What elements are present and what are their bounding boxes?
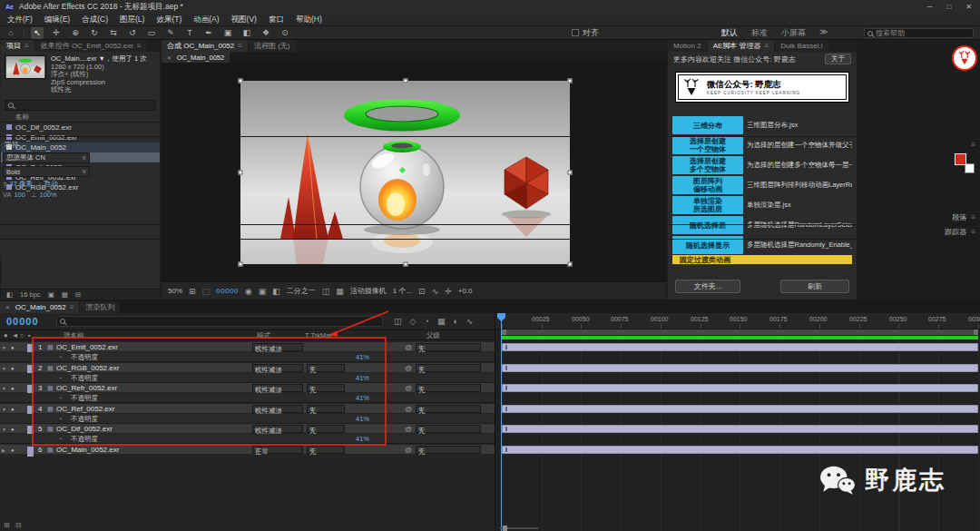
- property-value[interactable]: 41%: [356, 352, 369, 362]
- tab-paragraph[interactable]: 段落: [0, 211, 980, 225]
- panel-menu-icon[interactable]: [70, 303, 74, 311]
- project-item[interactable]: OC_Dif_0052.exr: [1, 123, 160, 133]
- parent-dropdown[interactable]: 无: [416, 425, 481, 433]
- character-panel-title[interactable]: 字符: [5, 140, 19, 150]
- property-name[interactable]: 不透明度: [71, 373, 98, 383]
- rotate-tool-icon[interactable]: ↺: [126, 27, 139, 39]
- trkmat-dropdown[interactable]: 无: [307, 364, 345, 372]
- property-value[interactable]: 41%: [356, 414, 369, 424]
- layer-name[interactable]: OC_Emit_0052.exr: [56, 342, 118, 352]
- layer-row[interactable]: ● 6 ▤ OC_Main_0052.exr 正常 无 @ 无: [0, 445, 495, 455]
- font-family-dropdown[interactable]: 思源黑体 CN: [3, 152, 90, 163]
- workspace-standard[interactable]: 标准: [751, 27, 768, 39]
- property-row[interactable]: ◔ 不透明度 41%: [0, 434, 495, 444]
- parent-dropdown[interactable]: 无: [416, 446, 481, 454]
- selection-handle[interactable]: [568, 262, 573, 267]
- expand-icon[interactable]: [2, 424, 6, 434]
- magnification-dropdown[interactable]: 50%: [168, 287, 182, 295]
- expand-icon[interactable]: [2, 363, 6, 373]
- exposure-value[interactable]: +0.0: [458, 287, 473, 295]
- selection-handle[interactable]: [568, 79, 573, 84]
- panel-menu-icon[interactable]: [24, 42, 29, 50]
- timeline-comp-tab[interactable]: OC_Main_0052: [0, 301, 79, 313]
- pixel-aspect-icon[interactable]: ⊡: [418, 287, 426, 296]
- view-layout-dropdown[interactable]: 1 个...: [393, 286, 412, 296]
- zoom-tool-icon[interactable]: ⊕: [69, 27, 82, 39]
- project-name-column-header[interactable]: 名称: [1, 113, 160, 123]
- parent-pickwhip-icon[interactable]: @: [405, 404, 412, 414]
- trkmat-column[interactable]: T TrkMat: [305, 331, 331, 339]
- mode-column[interactable]: 模式: [257, 331, 270, 340]
- property-row[interactable]: ◔ 不透明度 41%: [0, 414, 495, 424]
- motion-blur-icon[interactable]: ◐: [453, 317, 457, 326]
- frame-blend-icon[interactable]: ▦: [437, 317, 446, 326]
- layer-name[interactable]: OC_RGB_0052.exr: [56, 363, 119, 373]
- selection-handle[interactable]: [239, 262, 243, 267]
- help-search-box[interactable]: [864, 28, 974, 38]
- viewer-comp-tab[interactable]: OC_Main_0052: [162, 52, 230, 63]
- refresh-button[interactable]: 刷新: [780, 280, 849, 293]
- project-search-box[interactable]: [5, 100, 156, 111]
- help-search-input[interactable]: [876, 29, 970, 37]
- parent-pickwhip-icon[interactable]: @: [405, 363, 412, 373]
- tab-script-manager[interactable]: AE脚本 管理器: [708, 40, 775, 52]
- transparency-grid-icon[interactable]: ▦: [336, 287, 344, 296]
- tab-duik[interactable]: Duik Bassel.i: [775, 40, 828, 52]
- blend-mode-dropdown[interactable]: 线性减淡: [252, 384, 303, 392]
- layer-row[interactable]: ● 2 ▤ OC_RGB_0052.exr 线性减淡 无 @ 无: [0, 363, 495, 373]
- resolution-dropdown[interactable]: 二分之一: [287, 286, 316, 296]
- tab-effect-controls[interactable]: 效果控件 OC_Emit_0052.exr: [35, 40, 147, 52]
- timeline-zoom-slider[interactable]: [500, 527, 538, 529]
- home-tool-icon[interactable]: ⌂: [5, 27, 17, 39]
- clone-stamp-tool-icon[interactable]: ▣: [221, 27, 234, 39]
- channels-icon[interactable]: ◧: [272, 287, 280, 296]
- script-button[interactable]: 三维分布: [672, 116, 743, 134]
- timeline-search-input[interactable]: [68, 318, 379, 326]
- tab-project[interactable]: 项目: [1, 40, 34, 52]
- visibility-eye-icon[interactable]: ●: [11, 363, 15, 373]
- source-name-column[interactable]: 源名称: [64, 331, 84, 340]
- pen-tool-icon[interactable]: ✎: [164, 27, 177, 39]
- blend-mode-dropdown[interactable]: 线性减淡: [252, 405, 303, 413]
- folder-button[interactable]: 文件夹...: [675, 280, 740, 293]
- expand-icon[interactable]: [2, 342, 6, 352]
- collapse-pane-icon[interactable]: ⊟: [15, 521, 22, 529]
- selection-handle[interactable]: [403, 262, 407, 267]
- camera-view-dropdown[interactable]: 活动摄像机: [350, 286, 387, 296]
- layer-name[interactable]: OC_Main_0052.exr: [56, 445, 119, 455]
- parent-dropdown[interactable]: 无: [416, 405, 481, 413]
- menu-window[interactable]: 窗口: [269, 15, 284, 25]
- shy-layers-icon[interactable]: ◔: [424, 317, 428, 326]
- interpret-footage-icon[interactable]: ◧: [6, 290, 13, 299]
- visibility-eye-icon[interactable]: ●: [11, 383, 15, 393]
- viewer-timecode[interactable]: 00000: [216, 287, 239, 295]
- visibility-eye-icon[interactable]: ●: [11, 342, 15, 352]
- parent-pickwhip-icon[interactable]: @: [405, 383, 412, 393]
- menu-animation[interactable]: 动画(A): [193, 15, 219, 25]
- layer-duration-bar[interactable]: [502, 446, 978, 454]
- grid-options-icon[interactable]: ⊞: [189, 287, 196, 296]
- layer-duration-bar[interactable]: [502, 425, 978, 433]
- stopwatch-icon[interactable]: ◔: [58, 373, 62, 383]
- project-color-depth[interactable]: 16 bpc: [20, 290, 41, 299]
- layer-row[interactable]: ● 1 ▤ OC_Emit_0052.exr 线性减淡 @ 无: [0, 342, 495, 352]
- stopwatch-icon[interactable]: ◔: [58, 434, 62, 444]
- leading-value[interactable]: 自动: [44, 180, 58, 189]
- panel-menu-icon[interactable]: [137, 42, 142, 50]
- roto-brush-tool-icon[interactable]: ❖: [260, 27, 272, 39]
- menu-composition[interactable]: 合成(C): [82, 15, 108, 25]
- snapshot-icon[interactable]: ◉: [245, 287, 252, 296]
- tab-render-queue[interactable]: 渲染队列: [80, 301, 120, 313]
- new-folder-icon[interactable]: ▣: [48, 290, 54, 299]
- property-value[interactable]: 41%: [356, 373, 369, 383]
- parent-pickwhip-icon[interactable]: @: [405, 424, 412, 434]
- menu-help[interactable]: 帮助(H): [296, 15, 322, 25]
- fast-preview-icon[interactable]: ∿: [432, 287, 439, 296]
- selection-handle[interactable]: [239, 79, 243, 84]
- layer-name[interactable]: OC_Refr_0052.exr: [56, 383, 117, 393]
- snap-checkbox[interactable]: [572, 29, 579, 36]
- about-button[interactable]: 关于: [825, 54, 851, 64]
- trkmat-dropdown[interactable]: 无: [307, 425, 345, 433]
- property-row[interactable]: ◔ 不透明度 41%: [0, 393, 495, 403]
- layer-name[interactable]: OC_Ref_0052.exr: [56, 404, 114, 414]
